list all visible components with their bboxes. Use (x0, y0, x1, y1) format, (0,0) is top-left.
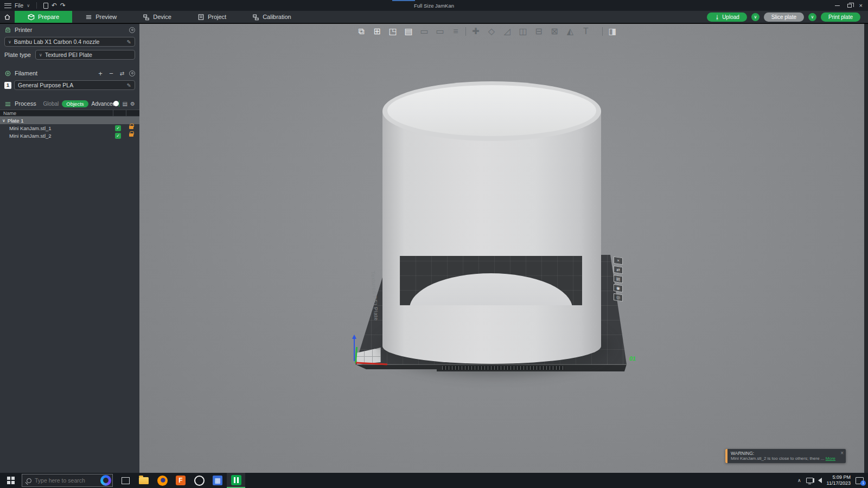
rotate-icon: ◇ (486, 24, 497, 38)
toast-close-icon[interactable]: × (840, 451, 844, 456)
tab-preview[interactable]: Preview (72, 11, 130, 23)
process-tab-global[interactable]: Global (43, 101, 59, 107)
remove-filament-button[interactable]: − (107, 69, 115, 78)
lock-plate-icon[interactable]: ◉ (614, 284, 623, 293)
tab-device[interactable]: Device (130, 11, 184, 23)
warning-more-link[interactable]: More (826, 456, 835, 461)
file-menu-chevron-icon[interactable]: ∨ (27, 3, 30, 8)
plate-1-row[interactable]: ∨ Plate 1 (0, 117, 139, 124)
tab-project[interactable]: Project (184, 11, 239, 23)
filament-slot-number[interactable]: 1 (4, 82, 11, 89)
warning-toast: WARNING: Mini KanJam.stl_2 is too close … (725, 449, 846, 463)
advanced-label: Advanced (92, 101, 116, 107)
filament-edit-icon[interactable]: ✎ (127, 82, 131, 88)
minimize-button[interactable] (835, 5, 840, 6)
toolbar-divider (465, 27, 466, 36)
process-tab-objects[interactable]: Objects (62, 100, 88, 107)
file-explorer-button[interactable] (135, 473, 153, 488)
slice-dropdown-button[interactable]: ∨ (751, 13, 760, 21)
lock-icon[interactable] (129, 126, 133, 129)
notification-center-icon[interactable]: 1 (856, 477, 864, 484)
add-filament-button[interactable]: + (97, 69, 104, 78)
model-cylinder-body[interactable] (382, 111, 601, 364)
hamburger-menu-icon[interactable] (4, 3, 11, 8)
tab-label: Project (208, 14, 226, 20)
slice-plate-button[interactable]: Slice plate (764, 12, 804, 22)
advanced-toggle[interactable] (119, 100, 119, 107)
auto-orient-icon[interactable]: ◳ (387, 24, 399, 38)
filament-section-header: Filament + − ⇄ (0, 67, 139, 79)
collapse-chevron-icon[interactable]: ∨ (2, 118, 5, 123)
left-panel: Printer ∨ Bambu Lab X1 Carbon 0.4 nozzle… (0, 24, 139, 473)
printer-section-label: Printer (15, 27, 32, 33)
plate-settings-icon[interactable]: ◎ (614, 293, 623, 302)
filament-settings-gear-icon[interactable] (129, 70, 135, 76)
viewport-3d[interactable]: ⧉ ⊞ ◳ ▤ ▭ ▭ ≡ ✚ ◇ ◿ ◫ ⊟ ⊠ ◭ T ◨ Textured… (139, 24, 864, 473)
windows-logo-icon (7, 477, 15, 484)
support-paint-icon: ◭ (564, 24, 576, 38)
task-view-button[interactable] (116, 473, 135, 488)
tray-expand-icon[interactable]: ∧ (797, 478, 801, 483)
arrange-plate-icon[interactable]: ⇄ (614, 266, 623, 274)
home-button[interactable] (0, 11, 15, 23)
print-plate-button[interactable]: Print plate (821, 12, 860, 22)
print-dropdown-button[interactable]: ∨ (808, 13, 816, 21)
f-app-button[interactable]: F (171, 473, 190, 488)
assembly-view-icon[interactable]: ◨ (607, 24, 618, 38)
scale-icon: ◿ (501, 24, 513, 38)
printer-edit-icon[interactable]: ✎ (127, 39, 131, 45)
title-bar: File ∨ ↶ ↷ Full Size JamKan × (0, 0, 868, 11)
start-button[interactable] (0, 473, 22, 488)
print-enabled-checkbox[interactable]: ✓ (115, 133, 121, 139)
copilot-icon[interactable] (100, 475, 111, 486)
filament-sync-icon[interactable]: ⇄ (118, 70, 126, 76)
time-text: 5:09 PM (827, 474, 851, 480)
taskbar-clock[interactable]: 5:09 PM 11/17/2023 (827, 474, 851, 487)
model-front-cutout (400, 256, 582, 305)
search-input[interactable] (35, 477, 89, 484)
plate-type-select[interactable]: ∨ Textured PEI Plate (35, 50, 135, 60)
process-tree-view-icon[interactable]: ⚙ (130, 101, 135, 107)
printer-settings-gear-icon[interactable] (129, 27, 135, 33)
warning-message: Mini KanJam.stl_2 is too close to others… (731, 456, 843, 461)
volume-icon[interactable] (818, 478, 822, 483)
arrange-icon[interactable]: ▤ (403, 24, 414, 38)
column-divider (113, 110, 113, 116)
undo-icon[interactable]: ↶ (52, 2, 57, 9)
object-name: Mini KanJam.stl_1 (0, 125, 52, 131)
taskbar-search[interactable] (22, 474, 113, 487)
redo-icon[interactable]: ↷ (60, 2, 66, 9)
upload-button[interactable]: ⭳ Upload (707, 12, 747, 22)
tab-label: Prepare (38, 14, 59, 20)
bambu-studio-button[interactable] (227, 473, 245, 488)
mirror-icon: ◫ (517, 24, 529, 38)
restore-button[interactable] (847, 4, 852, 8)
printer-select[interactable]: ∨ Bambu Lab X1 Carbon 0.4 nozzle ✎ (4, 37, 135, 47)
tab-prepare[interactable]: Prepare (15, 11, 72, 23)
new-file-icon[interactable] (43, 3, 48, 9)
add-object-icon[interactable]: ⧉ (355, 24, 367, 38)
object-row[interactable]: Mini KanJam.stl_2 ✓ (0, 132, 139, 139)
spreadsheet-app-button[interactable]: ▦ (208, 473, 227, 488)
right-panel-edge (864, 24, 868, 473)
ring-app-button[interactable] (190, 473, 208, 488)
file-menu[interactable]: File (15, 3, 23, 9)
add-plate-icon[interactable]: ⊞ (371, 24, 383, 38)
delete-plate-icon[interactable]: × (614, 256, 623, 265)
rename-plate-icon[interactable]: ▤ (614, 275, 623, 284)
name-column-header: Name (0, 111, 16, 116)
lock-icon[interactable] (129, 133, 133, 137)
split-part-icon: ⊠ (548, 24, 560, 38)
process-list-view-icon[interactable]: ▤ (123, 101, 127, 107)
print-enabled-checkbox[interactable]: ✓ (115, 125, 121, 131)
tab-label: Preview (95, 14, 117, 20)
close-button[interactable]: × (859, 3, 863, 9)
main-nav: Prepare Preview Device Project Calibrati… (0, 11, 868, 23)
tab-calibration[interactable]: Calibration (239, 11, 304, 23)
folder-icon (139, 477, 149, 484)
project-icon (197, 14, 205, 21)
object-row[interactable]: Mini KanJam.stl_1 ✓ (0, 124, 139, 132)
printer-icon (4, 27, 11, 34)
filament-select[interactable]: General Purpose PLA ✎ (14, 80, 135, 90)
firefox-button[interactable] (153, 473, 171, 488)
